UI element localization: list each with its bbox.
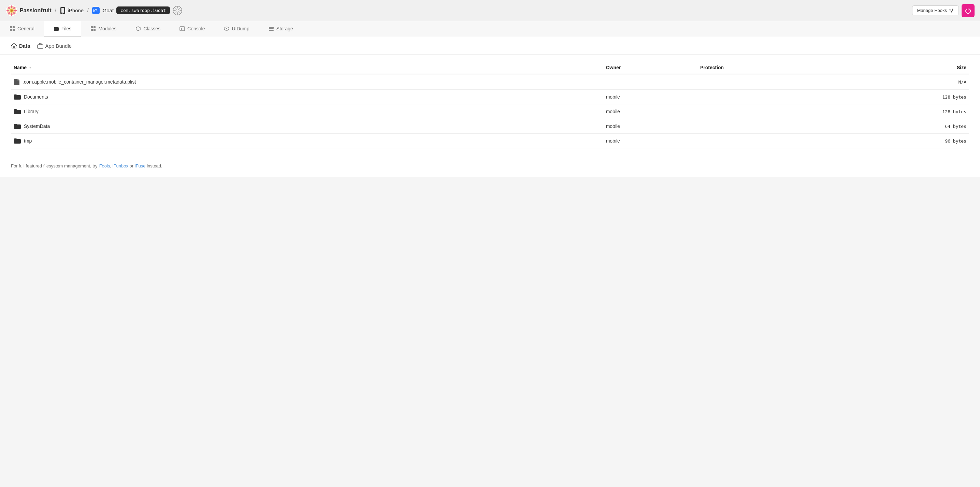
svg-rect-35 [13,26,15,28]
svg-rect-50 [38,45,43,48]
ifuse-link[interactable]: iFuse [135,163,146,168]
svg-point-7 [14,10,17,11]
tab-general[interactable]: General [0,21,44,37]
svg-rect-34 [10,26,12,28]
sort-icon: ↑ [29,65,31,70]
svg-point-14 [62,13,63,14]
eye-icon [224,26,229,32]
svg-rect-40 [94,26,95,28]
tab-uidump-label: UIDump [232,26,249,32]
file-name-cell: Documents [11,90,603,104]
file-size-cell: 64 bytes [832,119,969,134]
power-button[interactable] [962,4,975,17]
file-size-cell: N/A [832,74,969,90]
phone-icon [60,7,66,14]
breadcrumb-app-bundle-label: App Bundle [45,43,72,49]
device-breadcrumb[interactable]: iPhone [60,7,84,14]
svg-rect-13 [61,8,64,13]
tab-console[interactable]: Console [170,21,214,37]
file-owner-cell [603,74,697,90]
sep-1: / [55,7,56,14]
footer-note: For full featured filesystem management,… [0,155,980,177]
col-name-header[interactable]: Name ↑ [11,61,603,74]
svg-rect-37 [13,29,15,31]
file-protection-cell [697,134,832,148]
svg-rect-42 [94,29,95,31]
ifunbox-link[interactable]: iFunbox [113,163,128,168]
app-logo-icon: iG [92,7,100,14]
shutter-icon[interactable] [173,6,182,15]
svg-line-33 [951,11,953,11]
file-owner-cell: mobile [603,119,697,134]
file-breadcrumb-nav: Data App Bundle [0,37,980,55]
file-table: Name ↑ Owner Protection Size .com.apple.… [11,61,969,148]
storage-icon [269,26,274,32]
table-row[interactable]: tmpmobile96 bytes [11,134,969,148]
tab-files[interactable]: Files [44,21,81,37]
svg-rect-39 [91,26,93,28]
footer-text-after: instead. [146,163,162,168]
svg-point-4 [11,5,13,8]
tab-uidump[interactable]: UIDump [214,21,259,37]
files-folder-icon [54,26,59,32]
app-header: Passionfruit / iPhone / iG iGoat com.swa… [0,0,980,21]
app-breadcrumb[interactable]: iG iGoat [92,7,114,14]
breadcrumb-app-bundle[interactable]: App Bundle [37,43,72,49]
breadcrumb-data[interactable]: Data [11,43,30,49]
file-owner-cell: mobile [603,104,697,119]
tab-modules[interactable]: Modules [81,21,126,37]
table-header-row: Name ↑ Owner Protection Size [11,61,969,74]
header-right: Manage Hooks [912,4,975,17]
fork-icon [949,8,954,13]
manage-hooks-button[interactable]: Manage Hooks [912,5,959,15]
file-size-cell: 96 bytes [832,134,969,148]
console-icon [180,26,185,32]
manage-hooks-label: Manage Hooks [917,8,947,13]
file-icon [14,78,20,85]
itools-link[interactable]: iTools [99,163,110,168]
bundle-id-badge: com.swaroop.iGoat [116,6,170,14]
table-row[interactable]: SystemDatamobile64 bytes [11,119,969,134]
power-icon [965,8,971,14]
tab-classes[interactable]: Classes [126,21,170,37]
classes-icon [135,26,141,32]
tab-storage-label: Storage [277,26,293,32]
svg-rect-47 [269,27,274,28]
folder-icon [14,108,21,114]
app-logo: Passionfruit [5,5,51,17]
svg-point-28 [952,8,953,10]
file-name-cell: tmp [11,134,603,148]
svg-rect-49 [269,30,274,31]
svg-point-18 [176,9,179,12]
svg-line-32 [950,11,951,11]
col-size-header: Size [832,61,969,74]
file-table-body: .com.apple.mobile_container_manager.meta… [11,74,969,148]
svg-rect-41 [91,29,93,31]
file-name-cell: Library [11,104,603,119]
file-size-cell: 128 bytes [832,90,969,104]
footer-text-before: For full featured filesystem management,… [11,163,99,168]
svg-point-46 [226,28,227,29]
app-name-breadcrumb-label: iGoat [101,8,114,13]
file-protection-cell [697,90,832,104]
tab-modules-label: Modules [98,26,116,32]
file-name-cell: .com.apple.mobile_container_manager.meta… [11,74,603,90]
tab-classes-label: Classes [143,26,161,32]
tab-general-label: General [18,26,35,32]
col-protection-header: Protection [697,61,832,74]
app-name-label: Passionfruit [20,8,51,14]
table-row[interactable]: Librarymobile128 bytes [11,104,969,119]
file-name-label: Library [24,109,38,114]
briefcase-icon [37,43,43,49]
table-row[interactable]: Documentsmobile128 bytes [11,90,969,104]
svg-rect-48 [269,28,274,29]
table-row[interactable]: .com.apple.mobile_container_manager.meta… [11,74,969,90]
svg-rect-36 [10,29,12,31]
tab-storage[interactable]: Storage [259,21,303,37]
svg-point-3 [11,10,13,11]
file-owner-cell: mobile [603,134,697,148]
breadcrumb-data-label: Data [19,43,30,49]
file-protection-cell [697,74,832,90]
file-size-cell: 128 bytes [832,104,969,119]
folder-icon [14,123,21,129]
